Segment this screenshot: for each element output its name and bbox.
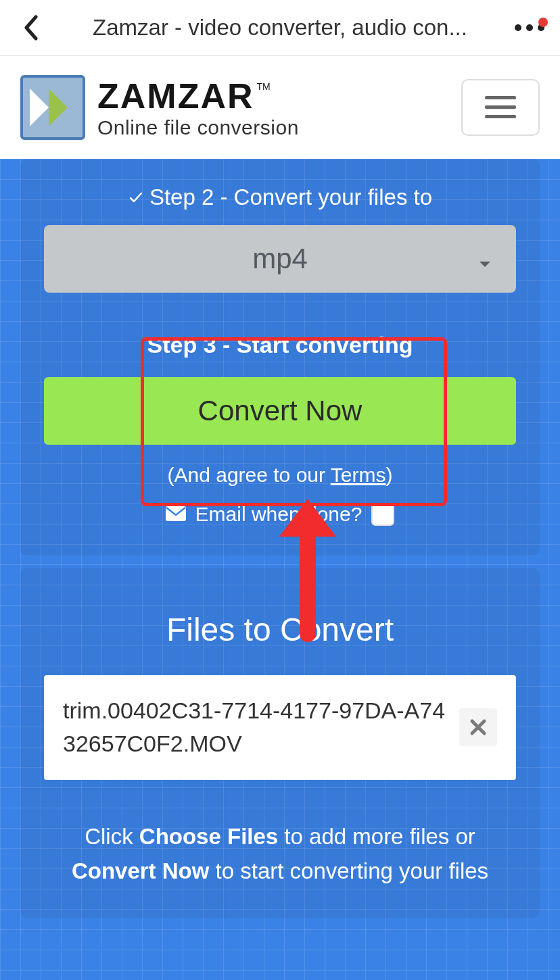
email-icon (166, 503, 186, 526)
terms-row: (And agree to our Terms) (44, 445, 516, 487)
file-item: trim.00402C31-7714-4177-97DA-A7432657C0F… (44, 675, 516, 780)
double-chevron-right-icon (28, 86, 77, 129)
svg-point-1 (526, 24, 533, 31)
browser-bar: Zamzar - video converter, audio con... (0, 0, 560, 56)
format-select-value: mp4 (252, 243, 308, 275)
site-header: ZAMZAR TM Online file conversion (0, 56, 560, 159)
svg-rect-3 (485, 96, 516, 99)
email-checkbox[interactable] (371, 503, 394, 526)
chevron-left-icon (23, 15, 38, 41)
files-panel: Files to Convert trim.00402C31-7714-4177… (20, 568, 540, 918)
caret-down-icon (478, 243, 492, 275)
content-area: Step 2 - Convert your files to mp4 Step … (0, 159, 560, 980)
brand-tagline: Online file conversion (97, 116, 299, 139)
menu-toggle-button[interactable] (461, 79, 540, 136)
convert-now-text: Convert Now (72, 858, 210, 883)
svg-rect-4 (485, 105, 516, 109)
file-name: trim.00402C31-7714-4177-97DA-A7432657C0F… (63, 694, 447, 761)
email-label: Email when done? (195, 503, 363, 526)
notification-dot-icon (538, 18, 548, 27)
terms-link[interactable]: Terms (331, 464, 386, 486)
svg-point-0 (515, 24, 521, 31)
brand-trademark: TM (257, 81, 271, 92)
brand[interactable]: ZAMZAR TM Online file conversion (20, 75, 299, 140)
email-when-done-row: Email when done? (44, 487, 516, 526)
more-menu-button[interactable] (513, 24, 546, 31)
hamburger-icon (485, 96, 516, 119)
convert-now-button[interactable]: Convert Now (44, 377, 516, 445)
check-icon (128, 189, 144, 205)
back-button[interactable] (14, 15, 47, 41)
remove-file-button[interactable] (459, 708, 497, 746)
step2-label-row: Step 2 - Convert your files to (44, 178, 516, 225)
brand-name: ZAMZAR (97, 76, 254, 116)
convert-now-label: Convert Now (198, 395, 363, 427)
close-icon (469, 718, 488, 737)
format-select[interactable]: mp4 (44, 225, 516, 293)
brand-text: ZAMZAR TM Online file conversion (97, 76, 299, 139)
browser-title: Zamzar - video converter, audio con... (47, 15, 513, 41)
svg-rect-5 (485, 115, 516, 118)
choose-files-text: Choose Files (139, 824, 278, 849)
terms-post: ) (386, 464, 392, 486)
files-heading: Files to Convert (44, 568, 516, 675)
steps-panel: Step 2 - Convert your files to mp4 Step … (20, 159, 540, 556)
files-hint: Click Choose Files to add more files or … (44, 780, 516, 888)
terms-pre: (And agree to our (168, 464, 331, 486)
brand-logo (20, 75, 85, 140)
step3-label: Step 3 - Start converting (44, 293, 516, 377)
step2-label: Step 2 - Convert your files to (149, 185, 432, 210)
